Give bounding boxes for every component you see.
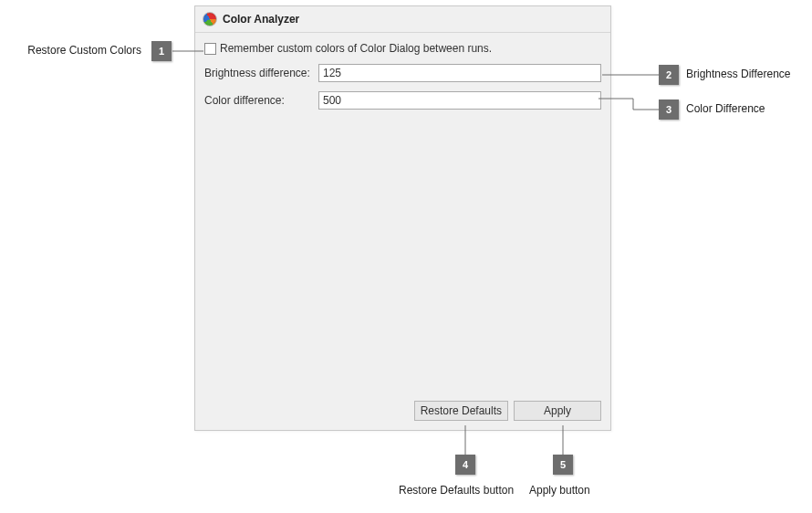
callout-2-badge: 2 — [659, 65, 679, 85]
color-label: Color difference: — [204, 94, 318, 107]
panel-header: Color Analyzer — [195, 6, 610, 33]
color-input[interactable] — [318, 91, 601, 110]
restore-defaults-button[interactable]: Restore Defaults — [414, 401, 508, 421]
apply-button[interactable]: Apply — [514, 401, 601, 421]
remember-colors-checkbox[interactable] — [204, 43, 216, 55]
callout-1-text: Restore Custom Colors — [14, 44, 141, 57]
callout-3-badge: 3 — [659, 99, 679, 120]
color-row: Color difference: — [204, 91, 601, 110]
callout-1-badge: 1 — [151, 41, 172, 61]
panel-title: Color Analyzer — [223, 13, 299, 26]
callout-4-badge: 4 — [455, 455, 475, 475]
panel-body: Remember custom colors of Color Dialog b… — [195, 33, 610, 110]
brightness-label: Brightness difference: — [204, 67, 318, 79]
callout-5-text: Apply button — [529, 484, 590, 497]
callout-4-text: Restore Defaults button — [399, 484, 514, 497]
panel-footer: Restore Defaults Apply — [414, 401, 601, 421]
remember-colors-row: Remember custom colors of Color Dialog b… — [204, 42, 601, 55]
callout-2-text: Brightness Difference — [686, 68, 791, 80]
color-analyzer-panel: Color Analyzer Remember custom colors of… — [194, 5, 611, 431]
callout-5-badge: 5 — [553, 455, 573, 475]
brightness-row: Brightness difference: — [204, 64, 601, 82]
remember-colors-label: Remember custom colors of Color Dialog b… — [220, 42, 492, 55]
color-wheel-icon — [203, 12, 217, 26]
callout-3-text: Color Difference — [686, 102, 765, 115]
brightness-input[interactable] — [318, 64, 601, 82]
